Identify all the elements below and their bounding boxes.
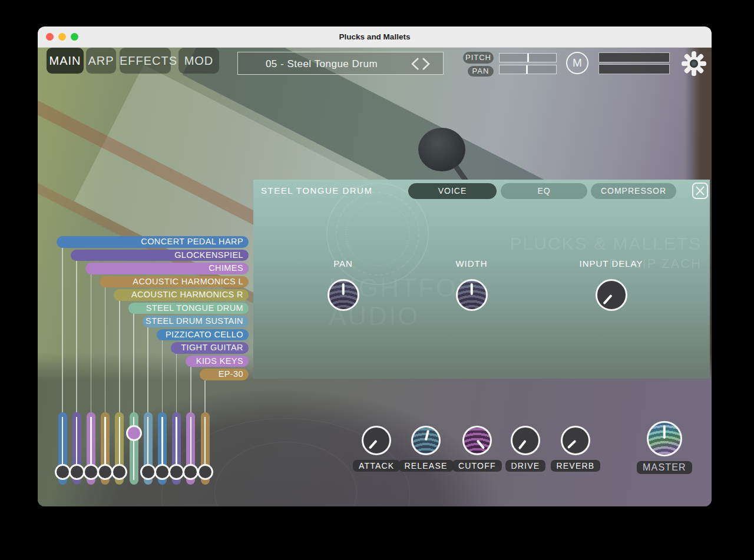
pan-slider[interactable] [499,65,557,74]
drive-knob[interactable] [511,426,540,455]
instrument-bar[interactable]: KIDS KEYS [186,356,249,367]
fader-value-line [133,441,135,481]
knob-pointer [603,294,612,304]
chevron-left-icon[interactable] [412,58,418,69]
instrument-bar[interactable]: ACOUSTIC HARMONICS R [114,289,249,301]
reverb-knob-label: REVERB [551,460,601,472]
plugin-content: MAINARPEFFECTSMOD 05 - Steel Tongue Drum… [38,47,712,506]
fader-value-line [90,417,92,464]
fader-handle[interactable] [126,425,142,441]
fader-connector-line [147,327,148,414]
input-delay-knob[interactable] [596,279,627,311]
fader-value-line [119,417,121,464]
fader-value-line [176,417,177,464]
fader-value-line [190,417,192,464]
instrument-bar[interactable]: GLOCKENSPIEL [71,250,249,261]
fader-connector-line [190,367,191,413]
knob-pointer [342,283,345,295]
level-meter-left [598,52,670,62]
fader-value-line [161,417,163,464]
fader-connector-line [204,380,206,414]
panel-tab-voice[interactable]: VOICE [408,183,497,199]
knob-pointer [567,440,576,449]
cutoff-knob-label: CUTOFF [452,460,502,472]
cutoff-knob[interactable] [462,426,492,455]
preset-name: 05 - Steel Tongue Drum [238,52,405,75]
knob-pointer [368,440,377,449]
fader-connector-line [76,261,77,413]
knob-pointer [471,283,473,295]
instrument-bar[interactable]: EP-30 [200,369,249,380]
pan-knob-label: PAN [296,259,391,269]
fader-connector-line [119,301,120,414]
master-knob-label: MASTER [637,461,692,474]
master-knob[interactable] [647,421,682,456]
mono-button[interactable]: M [566,52,588,74]
nav-tab-main[interactable]: MAIN [47,48,84,74]
attack-knob-label: ATTACK [353,460,400,472]
nav-tab-effects[interactable]: EFFECTS [120,48,171,74]
fader-value-line [133,417,135,425]
release-knob-label: RELEASE [399,460,454,472]
pitch-slider[interactable] [499,53,557,62]
drive-knob-label: DRIVE [505,460,546,472]
instrument-bar[interactable]: PIZZICATO CELLO [157,329,249,341]
gear-icon [681,51,707,77]
fader-handle[interactable] [83,464,99,480]
titlebar: Plucks and Mallets [38,26,712,48]
fader-connector-line [91,274,92,414]
fader-handle[interactable] [55,464,71,480]
width-knob[interactable] [456,279,488,311]
panel-title: STEEL TONGUE DRUM [261,185,372,195]
instrument-bar[interactable]: CHIMES [85,263,249,274]
fader-value-line [76,417,78,464]
fader-connector-line [176,354,177,414]
instrument-bar[interactable]: ACOUSTIC HARMONICS L [100,276,249,288]
release-knob[interactable] [411,426,441,455]
fader-value-line [204,417,206,464]
fader-handle[interactable] [154,464,170,480]
settings-button[interactable] [681,51,707,77]
fader-value-line [62,417,64,464]
instrument-bar[interactable]: CONCERT PEDAL HARP [57,236,249,248]
instrument-bar[interactable]: STEEL DRUM SUSTAIN [143,316,249,327]
fader-handle[interactable] [69,464,85,480]
instrument-bar[interactable]: TIGHT GUITAR [171,342,249,354]
pitch-label: PITCH [463,52,494,64]
instrument-edit-panel: NIGHTFOX AUDIO PLUCKS & MALLETS PHILIP Z… [253,180,710,379]
nav-tab-arp[interactable]: ARP [86,48,116,74]
pan-knob[interactable] [328,279,359,311]
fader-handle[interactable] [140,464,156,480]
window-title: Plucks and Mallets [38,26,712,47]
width-knob-label: WIDTH [425,259,519,269]
fader-connector-line [162,340,163,413]
panel-tab-eq[interactable]: EQ [501,183,587,199]
attack-knob[interactable] [362,426,391,455]
knob-pointer [663,425,666,439]
reverb-knob[interactable] [561,426,590,455]
fader-value-line [147,417,149,464]
fader-value-line [104,417,106,464]
plugin-window: Plucks and Mallets MAINARPEFFECTSMOD 05 … [38,26,712,506]
fader-handle[interactable] [197,464,213,480]
nav-tab-mod[interactable]: MOD [178,48,219,74]
instrument-bar[interactable]: STEEL TONGUE DRUM [128,303,249,314]
fader-connector-line [105,287,106,413]
knob-pointer [425,430,429,441]
preset-selector[interactable]: 05 - Steel Tongue Drum [237,52,444,75]
knob-pointer [518,440,526,450]
level-meter-right [598,64,670,74]
knob-pointer [477,440,485,449]
chevron-right-icon[interactable] [423,58,429,69]
fader-handle[interactable] [168,464,184,480]
input-delay-knob-label: INPUT DELAY [564,259,659,269]
pan-label: PAN [468,66,494,77]
mallet-photo [418,128,465,171]
fader-connector-line [62,248,63,414]
fader-handle[interactable] [97,464,113,480]
fader-connector-line [133,314,134,413]
close-icon [693,184,707,198]
desktop-background: Plucks and Mallets MAINARPEFFECTSMOD 05 … [0,0,754,560]
panel-tab-compressor[interactable]: COMPRESSOR [591,183,676,199]
panel-close-button[interactable] [692,183,708,199]
